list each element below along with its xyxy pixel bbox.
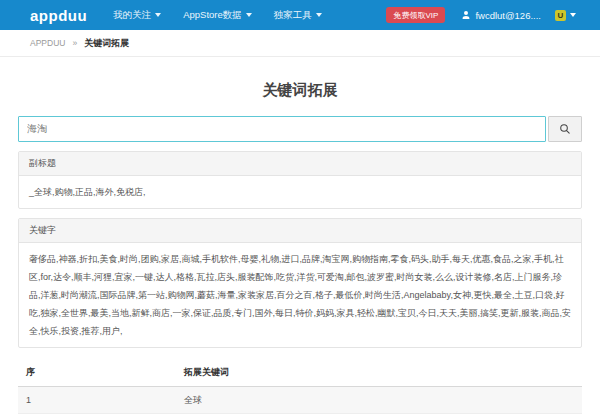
nav-item-label: 我的关注 [113, 9, 151, 22]
chevron-down-icon [316, 13, 322, 17]
main-content: 关键词拓展 副标题 _全球,购物,正品,海外,免税店, 关键字 奢侈品,神器,折… [0, 81, 600, 418]
keywords-panel: 关键字 奢侈品,神器,折扣,美食,时尚,团购,家居,商城,手机软件,母婴,礼物,… [18, 218, 582, 348]
keyword-search-group [18, 116, 582, 142]
free-vip-badge[interactable]: 免费领取VIP [386, 7, 445, 23]
expanded-keywords-table: 序 拓展关键词 1 全球 2 购物 3 正品 [18, 359, 582, 418]
column-header-no: 序 [18, 359, 176, 387]
keywords-panel-body: 奢侈品,神器,折扣,美食,时尚,团购,家居,商城,手机软件,母婴,礼物,进口,品… [19, 243, 581, 347]
page: appduu 我的关注 AppStore数据 独家工具 免费领取VIP fwcd… [0, 0, 600, 418]
keyword-cell: 购物 [176, 414, 582, 418]
keyword-cell: 全球 [176, 387, 582, 414]
user-icon [461, 10, 471, 20]
table-row: 1 全球 [18, 387, 582, 414]
breadcrumb-separator: » [72, 38, 77, 48]
user-email: fwcdlut@126.... [475, 10, 541, 21]
nav-item-label: AppStore数据 [183, 9, 242, 22]
user-menu[interactable]: fwcdlut@126.... [461, 10, 541, 21]
nav-item-exclusive-tools[interactable]: 独家工具 [274, 9, 322, 22]
user-level-badge: U [555, 10, 566, 21]
breadcrumb-current: 关键词拓展 [84, 37, 129, 50]
search-icon [559, 123, 571, 135]
logo[interactable]: appduu [30, 7, 87, 24]
column-header-keyword: 拓展关键词 [176, 359, 582, 387]
subtitle-panel-heading: 副标题 [19, 152, 581, 176]
breadcrumb-home-link[interactable]: APPDUU [30, 38, 65, 48]
chevron-down-icon [155, 13, 161, 17]
subtitle-panel-body: _全球,购物,正品,海外,免税店, [19, 176, 581, 208]
row-number-cell: 1 [18, 387, 176, 414]
top-navbar: appduu 我的关注 AppStore数据 独家工具 免费领取VIP fwcd… [0, 0, 600, 30]
account-dropdown[interactable]: U [555, 10, 576, 21]
keyword-search-input[interactable] [18, 116, 546, 142]
page-title: 关键词拓展 [18, 81, 582, 100]
table-row: 2 购物 [18, 414, 582, 418]
chevron-down-icon [570, 13, 576, 17]
keywords-panel-heading: 关键字 [19, 219, 581, 243]
table-header-row: 序 拓展关键词 [18, 359, 582, 387]
nav-item-label: 独家工具 [274, 9, 312, 22]
chevron-down-icon [246, 13, 252, 17]
nav-item-appstore-data[interactable]: AppStore数据 [183, 9, 252, 22]
navbar-right: 免费领取VIP fwcdlut@126.... U [386, 7, 576, 23]
nav-item-my-follows[interactable]: 我的关注 [113, 9, 161, 22]
search-button[interactable] [548, 116, 582, 142]
subtitle-panel: 副标题 _全球,购物,正品,海外,免税店, [18, 151, 582, 209]
breadcrumb: APPDUU » 关键词拓展 [0, 30, 600, 57]
row-number-cell: 2 [18, 414, 176, 418]
